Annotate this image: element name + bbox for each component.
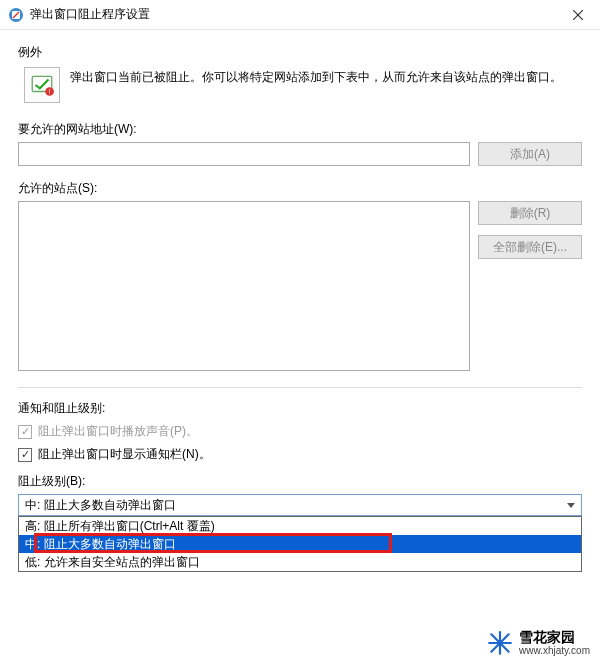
info-icon: ! — [24, 67, 60, 103]
close-icon — [573, 10, 583, 20]
snowflake-icon — [487, 630, 513, 656]
add-button[interactable]: 添加(A) — [478, 142, 582, 166]
watermark-url: www.xhjaty.com — [519, 645, 590, 656]
dropdown-selected: 中: 阻止大多数自动弹出窗口 — [25, 497, 176, 514]
info-text: 弹出窗口当前已被阻止。你可以将特定网站添加到下表中，从而允许来自该站点的弹出窗口… — [70, 67, 582, 86]
address-input[interactable] — [18, 142, 470, 166]
watermark: 雪花家园 www.xhjaty.com — [481, 628, 596, 658]
allowed-sites-listbox[interactable] — [18, 201, 470, 371]
address-label: 要允许的网站地址(W): — [18, 121, 582, 138]
dropdown-option-low[interactable]: 低: 允许来自安全站点的弹出窗口 — [19, 553, 581, 571]
allowed-label: 允许的站点(S): — [18, 180, 582, 197]
play-sound-label: 阻止弹出窗口时播放声音(P)。 — [38, 423, 198, 440]
remove-button[interactable]: 删除(R) — [478, 201, 582, 225]
exceptions-heading: 例外 — [18, 44, 582, 61]
divider — [18, 387, 582, 388]
dropdown-option-high[interactable]: 高: 阻止所有弹出窗口(Ctrl+Alt 覆盖) — [19, 517, 581, 535]
show-bar-checkbox[interactable] — [18, 448, 32, 462]
play-sound-checkbox — [18, 425, 32, 439]
window-title: 弹出窗口阻止程序设置 — [30, 6, 558, 23]
level-label: 阻止级别(B): — [18, 473, 582, 490]
popup-blocker-icon — [8, 7, 24, 23]
show-bar-label: 阻止弹出窗口时显示通知栏(N)。 — [38, 446, 211, 463]
titlebar: 弹出窗口阻止程序设置 — [0, 0, 600, 30]
dialog-content: 例外 ! 弹出窗口当前已被阻止。你可以将特定网站添加到下表中，从而允许来自该站点… — [0, 30, 600, 526]
block-level-dropdown[interactable]: 中: 阻止大多数自动弹出窗口 — [18, 494, 582, 516]
close-button[interactable] — [558, 1, 598, 29]
dropdown-option-medium[interactable]: 中: 阻止大多数自动弹出窗口 — [19, 535, 581, 553]
watermark-brand: 雪花家园 — [519, 630, 590, 645]
remove-all-button[interactable]: 全部删除(E)... — [478, 235, 582, 259]
dropdown-list: 高: 阻止所有弹出窗口(Ctrl+Alt 覆盖) 中: 阻止大多数自动弹出窗口 … — [18, 516, 582, 572]
notify-heading: 通知和阻止级别: — [18, 400, 582, 417]
svg-text:!: ! — [49, 88, 51, 95]
svg-point-12 — [497, 640, 502, 645]
info-row: ! 弹出窗口当前已被阻止。你可以将特定网站添加到下表中，从而允许来自该站点的弹出… — [24, 67, 582, 103]
